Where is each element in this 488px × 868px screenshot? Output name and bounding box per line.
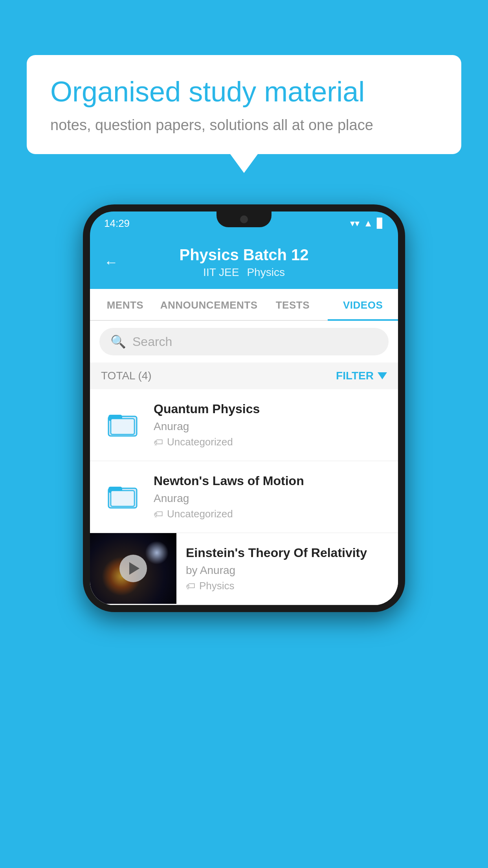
einstein-tag-label: Physics xyxy=(199,580,235,592)
einstein-glow2 xyxy=(145,541,169,565)
video-author-2: Anurag xyxy=(154,492,387,505)
bubble-title: Organised study material xyxy=(50,75,438,108)
phone-outer: 14:29 ▾▾ ▲ ▊ ← Physics Batch 12 IIT JEE … xyxy=(83,204,405,612)
video-author-1: Anurag xyxy=(154,420,387,433)
video-title-2: Newton's Laws of Motion xyxy=(154,474,387,488)
video-tag-label-1: Uncategorized xyxy=(167,436,233,448)
play-icon xyxy=(129,562,139,575)
search-bar[interactable]: 🔍 Search xyxy=(99,328,389,355)
folder-icon xyxy=(107,408,138,439)
tag-icon-1: 🏷 xyxy=(154,437,163,448)
einstein-author: by Anurag xyxy=(186,564,389,577)
speech-bubble-wrapper: Organised study material notes, question… xyxy=(27,55,461,154)
header-subtitle-left: IIT JEE xyxy=(203,266,239,279)
folder-icon xyxy=(107,480,138,511)
wifi-icon: ▾▾ xyxy=(350,218,360,229)
tabs-bar: MENTS ANNOUNCEMENTS TESTS VIDEOS xyxy=(90,289,398,321)
speech-bubble: Organised study material notes, question… xyxy=(27,55,461,154)
list-item[interactable]: Einstein's Theory Of Relativity by Anura… xyxy=(90,533,398,605)
tag-icon-3: 🏷 xyxy=(186,581,195,592)
filter-bar: TOTAL (4) FILTER xyxy=(90,362,398,389)
tab-ments[interactable]: MENTS xyxy=(90,289,160,320)
einstein-tag: 🏷 Physics xyxy=(186,580,389,592)
camera-dot xyxy=(240,215,248,223)
total-count: TOTAL (4) xyxy=(101,370,152,382)
app-header: ← Physics Batch 12 IIT JEE Physics xyxy=(90,235,398,289)
phone-screen: ← Physics Batch 12 IIT JEE Physics MENTS… xyxy=(90,235,398,605)
phone-wrapper: 14:29 ▾▾ ▲ ▊ ← Physics Batch 12 IIT JEE … xyxy=(83,204,405,612)
tab-videos[interactable]: VIDEOS xyxy=(328,289,398,320)
notch xyxy=(216,211,272,227)
header-subtitle-right: Physics xyxy=(247,266,284,279)
video-info-2: Newton's Laws of Motion Anurag 🏷 Uncateg… xyxy=(154,474,387,520)
video-thumbnail-1 xyxy=(101,402,144,445)
video-tag-2: 🏷 Uncategorized xyxy=(154,508,387,520)
battery-icon: ▊ xyxy=(377,218,384,229)
video-tag-1: 🏷 Uncategorized xyxy=(154,436,387,448)
svg-rect-5 xyxy=(111,491,134,506)
video-tag-label-2: Uncategorized xyxy=(167,508,233,520)
back-button[interactable]: ← xyxy=(104,254,118,270)
list-item[interactable]: Quantum Physics Anurag 🏷 Uncategorized xyxy=(90,389,398,461)
status-bar: 14:29 ▾▾ ▲ ▊ xyxy=(90,211,398,235)
video-thumbnail-2 xyxy=(101,474,144,517)
einstein-info: Einstein's Theory Of Relativity by Anura… xyxy=(176,533,398,605)
einstein-title: Einstein's Theory Of Relativity xyxy=(186,546,389,560)
video-title-1: Quantum Physics xyxy=(154,402,387,416)
status-icons: ▾▾ ▲ ▊ xyxy=(350,218,384,229)
einstein-thumbnail xyxy=(90,533,176,604)
filter-icon xyxy=(378,372,387,379)
search-bar-container: 🔍 Search xyxy=(90,321,398,362)
status-time: 14:29 xyxy=(104,217,130,230)
video-list: Quantum Physics Anurag 🏷 Uncategorized xyxy=(90,389,398,605)
play-button[interactable] xyxy=(119,555,147,582)
filter-label: FILTER xyxy=(336,370,374,382)
list-item[interactable]: Newton's Laws of Motion Anurag 🏷 Uncateg… xyxy=(90,461,398,533)
tag-icon-2: 🏷 xyxy=(154,509,163,520)
filter-button[interactable]: FILTER xyxy=(336,370,387,382)
bubble-subtitle: notes, question papers, solutions all at… xyxy=(50,117,438,134)
search-icon: 🔍 xyxy=(110,334,126,349)
video-info-1: Quantum Physics Anurag 🏷 Uncategorized xyxy=(154,402,387,448)
signal-icon: ▲ xyxy=(363,218,373,229)
header-subtitle: IIT JEE Physics xyxy=(203,266,285,279)
tab-announcements[interactable]: ANNOUNCEMENTS xyxy=(160,289,258,320)
search-input[interactable]: Search xyxy=(132,335,172,349)
header-title: Physics Batch 12 xyxy=(179,246,308,264)
svg-rect-2 xyxy=(111,419,134,434)
tab-tests[interactable]: TESTS xyxy=(257,289,328,320)
